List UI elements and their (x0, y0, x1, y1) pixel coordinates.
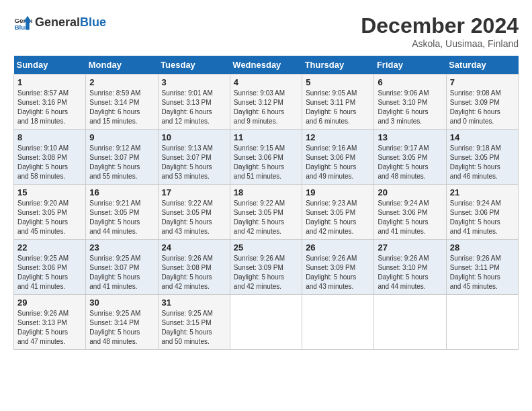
day-info: Sunrise: 9:10 AM Sunset: 3:08 PM Dayligh… (17, 144, 82, 181)
logo-icon: General Blue (13, 13, 32, 32)
calendar-week-row: 29Sunrise: 9:26 AM Sunset: 3:13 PM Dayli… (14, 295, 519, 350)
day-info: Sunrise: 9:25 AM Sunset: 3:06 PM Dayligh… (17, 254, 82, 291)
day-info: Sunrise: 9:26 AM Sunset: 3:09 PM Dayligh… (234, 254, 298, 291)
day-info: Sunrise: 9:26 AM Sunset: 3:09 PM Dayligh… (306, 254, 370, 291)
calendar-cell: 16Sunrise: 9:21 AM Sunset: 3:05 PM Dayli… (86, 185, 158, 240)
calendar-cell: 9Sunrise: 9:12 AM Sunset: 3:07 PM Daylig… (86, 130, 158, 185)
day-number: 4 (234, 77, 298, 87)
day-number: 11 (234, 132, 298, 142)
day-info: Sunrise: 9:25 AM Sunset: 3:07 PM Dayligh… (89, 254, 154, 291)
day-number: 15 (17, 187, 82, 197)
calendar-cell: 1Sunrise: 8:57 AM Sunset: 3:16 PM Daylig… (14, 75, 86, 130)
day-info: Sunrise: 9:25 AM Sunset: 3:15 PM Dayligh… (162, 309, 226, 347)
day-number: 27 (378, 242, 442, 253)
day-info: Sunrise: 9:23 AM Sunset: 3:05 PM Dayligh… (306, 199, 370, 236)
day-info: Sunrise: 9:18 AM Sunset: 3:05 PM Dayligh… (450, 144, 515, 181)
day-number: 8 (17, 132, 82, 142)
day-number: 20 (378, 187, 442, 197)
day-of-week-header: Wednesday (230, 56, 302, 75)
day-of-week-header: Tuesday (158, 56, 230, 75)
day-number: 16 (89, 187, 154, 197)
calendar-cell: 30Sunrise: 9:25 AM Sunset: 3:14 PM Dayli… (86, 295, 158, 350)
calendar-cell (374, 295, 446, 350)
day-info: Sunrise: 9:01 AM Sunset: 3:13 PM Dayligh… (162, 89, 226, 126)
day-number: 19 (306, 187, 370, 197)
day-info: Sunrise: 9:26 AM Sunset: 3:10 PM Dayligh… (378, 254, 442, 291)
calendar-cell: 25Sunrise: 9:26 AM Sunset: 3:09 PM Dayli… (230, 240, 302, 295)
calendar-cell: 14Sunrise: 9:18 AM Sunset: 3:05 PM Dayli… (446, 130, 518, 185)
day-info: Sunrise: 8:57 AM Sunset: 3:16 PM Dayligh… (17, 89, 82, 126)
calendar-cell: 28Sunrise: 9:26 AM Sunset: 3:11 PM Dayli… (446, 240, 518, 295)
calendar-cell: 12Sunrise: 9:16 AM Sunset: 3:06 PM Dayli… (302, 130, 374, 185)
calendar-cell: 22Sunrise: 9:25 AM Sunset: 3:06 PM Dayli… (14, 240, 86, 295)
day-number: 10 (162, 132, 226, 142)
calendar-week-row: 8Sunrise: 9:10 AM Sunset: 3:08 PM Daylig… (14, 130, 519, 185)
day-number: 13 (378, 132, 442, 142)
calendar-cell (230, 295, 302, 350)
day-number: 3 (162, 77, 226, 87)
calendar-cell: 10Sunrise: 9:13 AM Sunset: 3:07 PM Dayli… (158, 130, 230, 185)
day-number: 28 (450, 242, 515, 253)
day-number: 21 (450, 187, 515, 197)
day-info: Sunrise: 9:22 AM Sunset: 3:05 PM Dayligh… (162, 199, 226, 236)
page-subtitle: Askola, Uusimaa, Finland (361, 38, 519, 49)
day-of-week-header: Sunday (14, 56, 86, 75)
calendar-cell: 20Sunrise: 9:24 AM Sunset: 3:06 PM Dayli… (374, 185, 446, 240)
day-number: 2 (89, 77, 154, 87)
day-info: Sunrise: 9:15 AM Sunset: 3:06 PM Dayligh… (234, 144, 298, 181)
calendar-header-row: SundayMondayTuesdayWednesdayThursdayFrid… (14, 56, 519, 75)
day-info: Sunrise: 9:26 AM Sunset: 3:11 PM Dayligh… (450, 254, 515, 291)
day-info: Sunrise: 9:25 AM Sunset: 3:14 PM Dayligh… (89, 309, 154, 347)
day-info: Sunrise: 9:24 AM Sunset: 3:06 PM Dayligh… (378, 199, 442, 236)
calendar-cell: 15Sunrise: 9:20 AM Sunset: 3:05 PM Dayli… (14, 185, 86, 240)
calendar-cell: 11Sunrise: 9:15 AM Sunset: 3:06 PM Dayli… (230, 130, 302, 185)
day-number: 31 (162, 298, 226, 308)
calendar-cell: 18Sunrise: 9:22 AM Sunset: 3:05 PM Dayli… (230, 185, 302, 240)
day-info: Sunrise: 9:16 AM Sunset: 3:06 PM Dayligh… (306, 144, 370, 181)
title-block: December 2024 Askola, Uusimaa, Finland (361, 13, 519, 49)
logo-text: GeneralBlue (35, 16, 106, 30)
day-number: 14 (450, 132, 515, 142)
day-info: Sunrise: 9:26 AM Sunset: 3:13 PM Dayligh… (17, 309, 82, 347)
day-of-week-header: Friday (374, 56, 446, 75)
calendar-cell (302, 295, 374, 350)
calendar-cell: 6Sunrise: 9:06 AM Sunset: 3:10 PM Daylig… (374, 75, 446, 130)
calendar-cell: 8Sunrise: 9:10 AM Sunset: 3:08 PM Daylig… (14, 130, 86, 185)
day-info: Sunrise: 9:17 AM Sunset: 3:05 PM Dayligh… (378, 144, 442, 181)
logo: General Blue GeneralBlue (13, 13, 106, 32)
day-of-week-header: Thursday (302, 56, 374, 75)
day-number: 29 (17, 298, 82, 308)
calendar-week-row: 15Sunrise: 9:20 AM Sunset: 3:05 PM Dayli… (14, 185, 519, 240)
day-number: 18 (234, 187, 298, 197)
day-info: Sunrise: 9:22 AM Sunset: 3:05 PM Dayligh… (234, 199, 298, 236)
calendar-cell: 3Sunrise: 9:01 AM Sunset: 3:13 PM Daylig… (158, 75, 230, 130)
day-number: 25 (234, 242, 298, 253)
day-number: 23 (89, 242, 154, 253)
day-info: Sunrise: 9:26 AM Sunset: 3:08 PM Dayligh… (162, 254, 226, 291)
calendar-body: 1Sunrise: 8:57 AM Sunset: 3:16 PM Daylig… (14, 75, 519, 350)
day-info: Sunrise: 9:06 AM Sunset: 3:10 PM Dayligh… (378, 89, 442, 126)
day-number: 30 (89, 298, 154, 308)
day-info: Sunrise: 9:21 AM Sunset: 3:05 PM Dayligh… (89, 199, 154, 236)
calendar-cell: 7Sunrise: 9:08 AM Sunset: 3:09 PM Daylig… (446, 75, 518, 130)
day-number: 7 (450, 77, 515, 87)
day-info: Sunrise: 9:05 AM Sunset: 3:11 PM Dayligh… (306, 89, 370, 126)
calendar-cell: 4Sunrise: 9:03 AM Sunset: 3:12 PM Daylig… (230, 75, 302, 130)
calendar-table: SundayMondayTuesdayWednesdayThursdayFrid… (13, 56, 519, 350)
calendar-cell: 5Sunrise: 9:05 AM Sunset: 3:11 PM Daylig… (302, 75, 374, 130)
calendar-cell (446, 295, 518, 350)
calendar-cell: 2Sunrise: 8:59 AM Sunset: 3:14 PM Daylig… (86, 75, 158, 130)
day-number: 5 (306, 77, 370, 87)
day-info: Sunrise: 8:59 AM Sunset: 3:14 PM Dayligh… (89, 89, 154, 126)
calendar-cell: 13Sunrise: 9:17 AM Sunset: 3:05 PM Dayli… (374, 130, 446, 185)
day-number: 26 (306, 242, 370, 253)
day-info: Sunrise: 9:20 AM Sunset: 3:05 PM Dayligh… (17, 199, 82, 236)
day-info: Sunrise: 9:13 AM Sunset: 3:07 PM Dayligh… (162, 144, 226, 181)
calendar-cell: 17Sunrise: 9:22 AM Sunset: 3:05 PM Dayli… (158, 185, 230, 240)
calendar-cell: 21Sunrise: 9:24 AM Sunset: 3:06 PM Dayli… (446, 185, 518, 240)
calendar-cell: 27Sunrise: 9:26 AM Sunset: 3:10 PM Dayli… (374, 240, 446, 295)
day-info: Sunrise: 9:03 AM Sunset: 3:12 PM Dayligh… (234, 89, 298, 126)
day-number: 9 (89, 132, 154, 142)
day-number: 12 (306, 132, 370, 142)
page-title: December 2024 (361, 13, 519, 38)
